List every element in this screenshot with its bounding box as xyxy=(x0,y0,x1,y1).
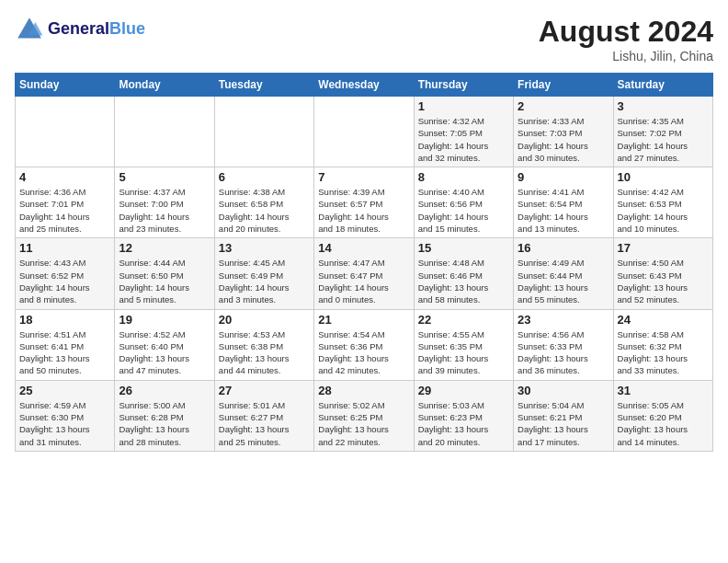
day-number: 29 xyxy=(418,384,509,397)
day-info: Sunrise: 4:40 AM Sunset: 6:56 PM Dayligh… xyxy=(418,186,509,235)
calendar-cell: 13Sunrise: 4:45 AM Sunset: 6:49 PM Dayli… xyxy=(214,238,313,309)
calendar-cell: 30Sunrise: 5:04 AM Sunset: 6:21 PM Dayli… xyxy=(514,380,613,451)
calendar-cell: 3Sunrise: 4:35 AM Sunset: 7:02 PM Daylig… xyxy=(613,97,712,167)
calendar-week-row: 4Sunrise: 4:36 AM Sunset: 7:01 PM Daylig… xyxy=(16,167,713,238)
day-number: 20 xyxy=(219,313,310,327)
calendar-week-row: 1Sunrise: 4:32 AM Sunset: 7:05 PM Daylig… xyxy=(16,97,713,167)
day-number: 10 xyxy=(618,170,709,184)
day-info: Sunrise: 4:38 AM Sunset: 6:58 PM Dayligh… xyxy=(219,186,310,235)
day-info: Sunrise: 4:48 AM Sunset: 6:46 PM Dayligh… xyxy=(418,257,509,305)
calendar-cell: 14Sunrise: 4:47 AM Sunset: 6:47 PM Dayli… xyxy=(314,238,414,309)
calendar-cell: 26Sunrise: 5:00 AM Sunset: 6:28 PM Dayli… xyxy=(115,380,214,451)
day-number: 18 xyxy=(19,313,110,327)
day-number: 11 xyxy=(19,241,110,255)
day-info: Sunrise: 5:02 AM Sunset: 6:25 PM Dayligh… xyxy=(318,399,409,448)
weekday-header: Sunday xyxy=(16,74,115,97)
day-info: Sunrise: 4:39 AM Sunset: 6:57 PM Dayligh… xyxy=(318,186,409,235)
calendar-cell: 2Sunrise: 4:33 AM Sunset: 7:03 PM Daylig… xyxy=(514,97,613,167)
day-info: Sunrise: 4:42 AM Sunset: 6:53 PM Dayligh… xyxy=(618,186,709,235)
day-number: 2 xyxy=(518,99,609,113)
day-info: Sunrise: 5:01 AM Sunset: 6:27 PM Dayligh… xyxy=(219,399,310,448)
day-info: Sunrise: 4:55 AM Sunset: 6:35 PM Dayligh… xyxy=(418,328,509,377)
weekday-header: Wednesday xyxy=(314,74,414,97)
day-number: 1 xyxy=(418,99,509,113)
calendar-cell: 20Sunrise: 4:53 AM Sunset: 6:38 PM Dayli… xyxy=(214,309,313,380)
day-info: Sunrise: 5:00 AM Sunset: 6:28 PM Dayligh… xyxy=(119,399,210,448)
calendar-cell: 6Sunrise: 4:38 AM Sunset: 6:58 PM Daylig… xyxy=(214,167,313,238)
calendar-cell: 8Sunrise: 4:40 AM Sunset: 6:56 PM Daylig… xyxy=(414,167,513,238)
weekday-header: Saturday xyxy=(613,74,712,97)
calendar-cell: 1Sunrise: 4:32 AM Sunset: 7:05 PM Daylig… xyxy=(414,97,513,167)
weekday-header: Tuesday xyxy=(214,74,313,97)
day-number: 21 xyxy=(318,313,409,327)
day-info: Sunrise: 4:58 AM Sunset: 6:32 PM Dayligh… xyxy=(618,328,709,377)
calendar-cell: 5Sunrise: 4:37 AM Sunset: 7:00 PM Daylig… xyxy=(115,167,214,238)
day-number: 7 xyxy=(318,170,409,184)
day-number: 30 xyxy=(518,384,609,397)
calendar-cell: 18Sunrise: 4:51 AM Sunset: 6:41 PM Dayli… xyxy=(16,309,115,380)
calendar-cell xyxy=(214,97,313,167)
day-info: Sunrise: 5:03 AM Sunset: 6:23 PM Dayligh… xyxy=(418,399,509,448)
day-number: 24 xyxy=(618,313,709,327)
day-number: 4 xyxy=(19,170,110,184)
day-number: 9 xyxy=(518,170,609,184)
calendar-cell: 24Sunrise: 4:58 AM Sunset: 6:32 PM Dayli… xyxy=(613,309,712,380)
day-number: 31 xyxy=(618,384,709,397)
day-number: 28 xyxy=(318,384,409,397)
calendar-cell: 19Sunrise: 4:52 AM Sunset: 6:40 PM Dayli… xyxy=(115,309,214,380)
calendar-cell: 22Sunrise: 4:55 AM Sunset: 6:35 PM Dayli… xyxy=(414,309,513,380)
calendar-cell: 31Sunrise: 5:05 AM Sunset: 6:20 PM Dayli… xyxy=(613,380,712,451)
day-info: Sunrise: 4:43 AM Sunset: 6:52 PM Dayligh… xyxy=(19,257,110,305)
day-number: 22 xyxy=(418,313,509,327)
day-number: 3 xyxy=(618,99,709,113)
calendar-cell xyxy=(314,97,414,167)
calendar-cell: 10Sunrise: 4:42 AM Sunset: 6:53 PM Dayli… xyxy=(613,167,712,238)
calendar-cell: 15Sunrise: 4:48 AM Sunset: 6:46 PM Dayli… xyxy=(414,238,513,309)
day-info: Sunrise: 5:04 AM Sunset: 6:21 PM Dayligh… xyxy=(518,399,609,448)
day-info: Sunrise: 4:51 AM Sunset: 6:41 PM Dayligh… xyxy=(19,328,110,377)
weekday-header: Thursday xyxy=(414,74,513,97)
calendar-cell: 23Sunrise: 4:56 AM Sunset: 6:33 PM Dayli… xyxy=(514,309,613,380)
day-number: 15 xyxy=(418,241,509,255)
day-number: 26 xyxy=(119,384,210,397)
calendar-cell: 16Sunrise: 4:49 AM Sunset: 6:44 PM Dayli… xyxy=(514,238,613,309)
calendar-header-row: SundayMondayTuesdayWednesdayThursdayFrid… xyxy=(16,74,713,97)
day-info: Sunrise: 4:32 AM Sunset: 7:05 PM Dayligh… xyxy=(418,115,509,164)
day-number: 16 xyxy=(518,241,609,255)
calendar-cell: 11Sunrise: 4:43 AM Sunset: 6:52 PM Dayli… xyxy=(16,238,115,309)
day-info: Sunrise: 4:35 AM Sunset: 7:02 PM Dayligh… xyxy=(618,115,709,164)
day-info: Sunrise: 5:05 AM Sunset: 6:20 PM Dayligh… xyxy=(618,399,709,448)
day-info: Sunrise: 4:54 AM Sunset: 6:36 PM Dayligh… xyxy=(318,328,409,377)
day-info: Sunrise: 4:33 AM Sunset: 7:03 PM Dayligh… xyxy=(518,115,609,164)
day-number: 6 xyxy=(219,170,310,184)
day-number: 25 xyxy=(19,384,110,397)
calendar-week-row: 11Sunrise: 4:43 AM Sunset: 6:52 PM Dayli… xyxy=(16,238,713,309)
day-number: 17 xyxy=(618,241,709,255)
logo-text: GeneralBlue xyxy=(48,20,145,39)
day-info: Sunrise: 4:49 AM Sunset: 6:44 PM Dayligh… xyxy=(518,257,609,305)
day-info: Sunrise: 4:41 AM Sunset: 6:54 PM Dayligh… xyxy=(518,186,609,235)
day-info: Sunrise: 4:45 AM Sunset: 6:49 PM Dayligh… xyxy=(219,257,310,305)
calendar-cell: 12Sunrise: 4:44 AM Sunset: 6:50 PM Dayli… xyxy=(115,238,214,309)
title-block: August 2024 Lishu, Jilin, China xyxy=(539,15,713,63)
logo: GeneralBlue xyxy=(15,15,145,44)
day-number: 19 xyxy=(119,313,210,327)
day-info: Sunrise: 4:52 AM Sunset: 6:40 PM Dayligh… xyxy=(119,328,210,377)
day-number: 8 xyxy=(418,170,509,184)
calendar-cell xyxy=(115,97,214,167)
day-info: Sunrise: 4:36 AM Sunset: 7:01 PM Dayligh… xyxy=(19,186,110,235)
day-info: Sunrise: 4:56 AM Sunset: 6:33 PM Dayligh… xyxy=(518,328,609,377)
calendar-cell xyxy=(16,97,115,167)
day-number: 13 xyxy=(219,241,310,255)
logo-icon xyxy=(15,15,44,44)
page-header: GeneralBlue August 2024 Lishu, Jilin, Ch… xyxy=(15,15,713,63)
calendar-table: SundayMondayTuesdayWednesdayThursdayFrid… xyxy=(15,73,713,452)
calendar-cell: 28Sunrise: 5:02 AM Sunset: 6:25 PM Dayli… xyxy=(314,380,414,451)
day-number: 27 xyxy=(219,384,310,397)
calendar-cell: 4Sunrise: 4:36 AM Sunset: 7:01 PM Daylig… xyxy=(16,167,115,238)
day-number: 5 xyxy=(119,170,210,184)
calendar-body: 1Sunrise: 4:32 AM Sunset: 7:05 PM Daylig… xyxy=(16,97,713,452)
day-number: 23 xyxy=(518,313,609,327)
day-info: Sunrise: 4:37 AM Sunset: 7:00 PM Dayligh… xyxy=(119,186,210,235)
day-number: 12 xyxy=(119,241,210,255)
